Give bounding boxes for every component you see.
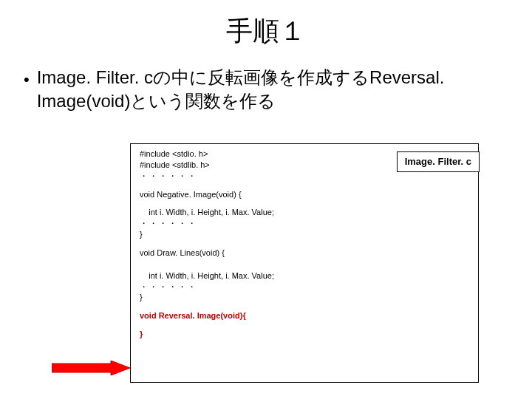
code-line: void Negative. Image(void) { [140, 189, 471, 200]
code-ellipsis: ・・・・・・ [140, 171, 471, 182]
bullet-text: Image. Filter. cの中に反転画像を作成するReversal. Im… [37, 66, 508, 114]
code-line: } [140, 229, 471, 240]
code-line: } [140, 292, 471, 303]
code-line: int i. Width, i. Height, i. Max. Value; [140, 207, 471, 218]
bullet-item: • Image. Filter. cの中に反転画像を作成するReversal. … [24, 66, 508, 114]
code-highlight-line: } [140, 329, 471, 340]
code-line: int i. Width, i. Height, i. Max. Value; [140, 270, 471, 282]
svg-marker-0 [52, 361, 130, 375]
slide-title: 手順１ [0, 13, 532, 50]
code-highlight-line: void Reversal. Image(void){ [140, 310, 471, 321]
code-line: void Draw. Lines(void) { [140, 248, 471, 259]
filename-label: Image. Filter. c [397, 151, 480, 172]
bullet-dot: • [24, 66, 30, 91]
code-ellipsis: ・・・・・・ [140, 218, 471, 229]
code-box: Image. Filter. c #include <stdio. h> #in… [130, 143, 479, 383]
callout-arrow [52, 361, 130, 375]
code-ellipsis: ・・・・・・ [140, 282, 471, 293]
